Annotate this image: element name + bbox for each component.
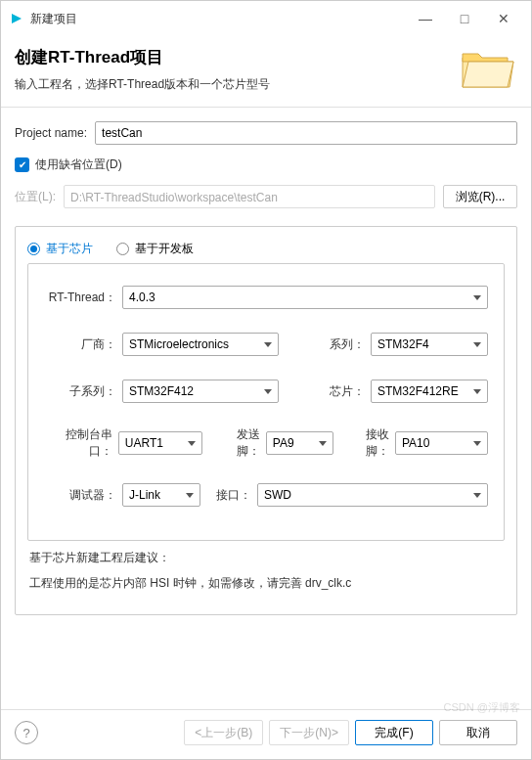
rx-label: 接收脚： — [345, 426, 389, 460]
help-button[interactable]: ? — [15, 721, 38, 744]
default-location-label: 使用缺省位置(D) — [35, 156, 122, 173]
location-label: 位置(L): — [15, 189, 56, 205]
radio-icon — [116, 243, 129, 255]
radio-board[interactable]: 基于开发板 — [116, 241, 194, 257]
series-select[interactable]: STM32F4 — [371, 333, 488, 356]
footer: ? <上一步(B) 下一步(N)> 完成(F) 取消 — [1, 709, 531, 759]
suggestion-block: 基于芯片新建工程后建议： 工程使用的是芯片内部 HSI 时钟，如需修改，请完善 … — [27, 541, 505, 606]
console-label: 控制台串口： — [44, 426, 112, 460]
tx-select[interactable]: PA9 — [266, 431, 333, 455]
window-title: 新建项目 — [30, 11, 77, 27]
base-panel: 基于芯片 基于开发板 RT-Thread： 4.0.3 厂商： STMicroe… — [15, 226, 517, 615]
svg-marker-0 — [12, 14, 22, 23]
close-button[interactable]: ✕ — [484, 4, 523, 33]
form-body: Project name: ✔ 使用缺省位置(D) 位置(L): D:\RT-T… — [1, 108, 531, 709]
chip-label: 芯片： — [330, 383, 365, 400]
radio-chip-label: 基于芯片 — [46, 241, 93, 257]
suggestion-title: 基于芯片新建工程后建议： — [29, 545, 503, 570]
back-button[interactable]: <上一步(B) — [184, 720, 263, 745]
debugger-label: 调试器： — [44, 487, 116, 504]
titlebar: 新建项目 — □ ✕ — [1, 1, 531, 36]
minimize-button[interactable]: — — [406, 4, 445, 33]
suggestion-line: 工程使用的是芯片内部 HSI 时钟，如需修改，请完善 drv_clk.c — [29, 570, 503, 596]
debugger-select[interactable]: J-Link — [122, 483, 200, 507]
vendor-label: 厂商： — [44, 336, 116, 353]
iface-select[interactable]: SWD — [257, 483, 488, 507]
header: 创建RT-Thread项目 输入工程名，选择RT-Thread版本和一个芯片型号 — [1, 36, 531, 107]
rt-thread-select[interactable]: 4.0.3 — [122, 286, 488, 309]
page-title: 创建RT-Thread项目 — [15, 46, 517, 68]
subseries-select[interactable]: STM32F412 — [122, 380, 279, 403]
series-label: 系列： — [330, 336, 365, 353]
next-button[interactable]: 下一步(N)> — [269, 720, 349, 745]
chip-select[interactable]: STM32F412RE — [371, 380, 488, 403]
page-subtitle: 输入工程名，选择RT-Thread版本和一个芯片型号 — [15, 76, 517, 93]
finish-button[interactable]: 完成(F) — [355, 720, 433, 745]
browse-button[interactable]: 浏览(R)... — [443, 185, 517, 208]
iface-label: 接口： — [216, 487, 251, 504]
vendor-select[interactable]: STMicroelectronics — [122, 333, 279, 356]
project-name-input[interactable] — [95, 121, 517, 145]
tx-label: 发送脚： — [216, 426, 260, 460]
app-icon — [9, 11, 24, 26]
location-input: D:\RT-ThreadStudio\workspace\testCan — [64, 185, 435, 208]
rx-select[interactable]: PA10 — [395, 431, 488, 455]
subseries-label: 子系列： — [44, 383, 116, 400]
console-select[interactable]: UART1 — [118, 431, 202, 455]
folder-icon — [459, 44, 517, 93]
maximize-button[interactable]: □ — [445, 4, 484, 33]
rt-thread-label: RT-Thread： — [44, 290, 116, 306]
radio-icon — [27, 243, 40, 255]
project-name-label: Project name: — [15, 126, 87, 140]
radio-board-label: 基于开发板 — [135, 241, 194, 257]
radio-chip[interactable]: 基于芯片 — [27, 241, 93, 257]
cancel-button[interactable]: 取消 — [439, 720, 517, 745]
default-location-checkbox[interactable]: ✔ — [15, 157, 29, 172]
chip-config-panel: RT-Thread： 4.0.3 厂商： STMicroelectronics … — [27, 263, 505, 541]
